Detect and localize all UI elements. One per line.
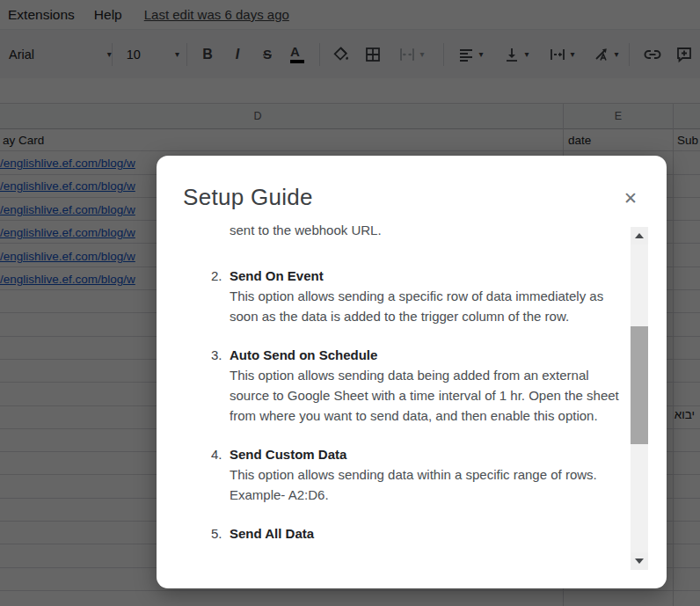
section-title: Send Custom Data xyxy=(230,444,630,464)
section-number: 4. xyxy=(211,444,230,505)
dialog-scroll-area[interactable]: sent to the webhook URL. 2. Send On Even… xyxy=(157,225,630,572)
guide-section-2: 2. Send On Event This option allows send… xyxy=(211,266,630,326)
setup-guide-dialog: Setup Guide ✕ sent to the webhook URL. 2… xyxy=(157,156,667,588)
guide-section-4: 4. Send Custom Data This option allows s… xyxy=(211,444,630,505)
section-number: 5. xyxy=(211,523,230,544)
google-sheets-window: Extensions Help Last edit was 6 days ago… xyxy=(0,0,700,606)
section-number: 3. xyxy=(211,345,230,426)
section-title: Send On Event xyxy=(230,266,630,286)
close-icon[interactable]: ✕ xyxy=(619,186,642,209)
section-number: 2. xyxy=(211,266,230,326)
scrollbar-up-arrow-icon[interactable] xyxy=(631,227,648,245)
section-body: This option allows sending a specific ro… xyxy=(230,286,630,326)
section-title: Send All Data xyxy=(230,523,630,544)
scrollbar-thumb[interactable] xyxy=(631,326,648,444)
section-body: This option allows sending data within a… xyxy=(230,464,630,505)
dialog-title: Setup Guide xyxy=(183,184,313,211)
guide-section-3: 3. Auto Send on Schedule This option all… xyxy=(211,345,630,426)
dialog-scrollbar[interactable] xyxy=(631,227,648,570)
section-title: Auto Send on Schedule xyxy=(230,345,630,365)
guide-section-5: 5. Send All Data xyxy=(211,523,630,544)
section-body: This option allows sending data being ad… xyxy=(230,365,630,426)
guide-partial-line: sent to the webhook URL. xyxy=(230,225,630,240)
scrollbar-down-arrow-icon[interactable] xyxy=(631,552,648,570)
